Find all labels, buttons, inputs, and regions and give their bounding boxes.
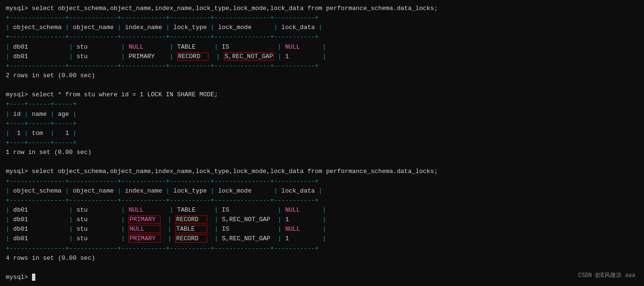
table2-header: | id | name | age | <box>6 110 638 119</box>
table3-row-4: | db01 | stu | PRIMARY | RECORD | S,REC_… <box>6 234 638 244</box>
result-2: 1 row in set (0.00 sec) <box>6 148 638 157</box>
prompt-line-1: mysql> select object_schema,object_name,… <box>6 4 638 13</box>
table3-border-3: +---------------+-------------+---------… <box>6 244 638 254</box>
table-header-1: | object_schema | object_name | index_na… <box>6 23 638 32</box>
table-row-1-1: | db01 | stu | NULL | TABLE | IS | NULL … <box>6 42 638 52</box>
prompt-line-2: mysql> select * from stu where id = 1 LO… <box>6 90 638 100</box>
blank-2 <box>6 157 638 167</box>
table3-row-1: | db01 | stu | NULL | TABLE | IS | NULL … <box>6 205 638 215</box>
blank-1 <box>6 81 638 90</box>
table-border-2: +---------------+-------------+---------… <box>6 32 638 42</box>
prompt-line-3: mysql> select object_schema,object_name,… <box>6 167 638 176</box>
table-border-3: +---------------+-------------+---------… <box>6 61 638 71</box>
table-border-1: +---------------+-------------+---------… <box>6 13 638 23</box>
blank-3 <box>6 263 638 273</box>
table2-border-3: +----+------+-----+ <box>6 138 638 148</box>
table3-header: | object_schema | object_name | index_na… <box>6 186 638 196</box>
table3-row-3: | db01 | stu | NULL | TABLE | IS | NULL … <box>6 225 638 234</box>
table3-border-2: +---------------+-------------+---------… <box>6 196 638 205</box>
terminal-window: mysql> select object_schema,object_name,… <box>0 0 644 286</box>
table2-border-1: +----+------+-----+ <box>6 100 638 109</box>
table2-border-2: +----+------+-----+ <box>6 119 638 129</box>
table-row-1-2: | db01 | stu | PRIMARY | RECORD | S,REC_… <box>6 52 638 61</box>
table3-row-2: | db01 | stu | PRIMARY | RECORD | S,REC_… <box>6 215 638 225</box>
final-prompt[interactable]: mysql> <box>6 273 638 282</box>
table3-border-1: +---------------+-------------+---------… <box>6 177 638 186</box>
table2-row-1: | 1 | tom | 1 | <box>6 129 638 138</box>
result-3: 4 rows in set (0.00 sec) <box>6 254 638 263</box>
result-1: 2 rows in set (0.00 sec) <box>6 71 638 81</box>
watermark: CSDN @清风微凉 aaa <box>578 271 635 280</box>
